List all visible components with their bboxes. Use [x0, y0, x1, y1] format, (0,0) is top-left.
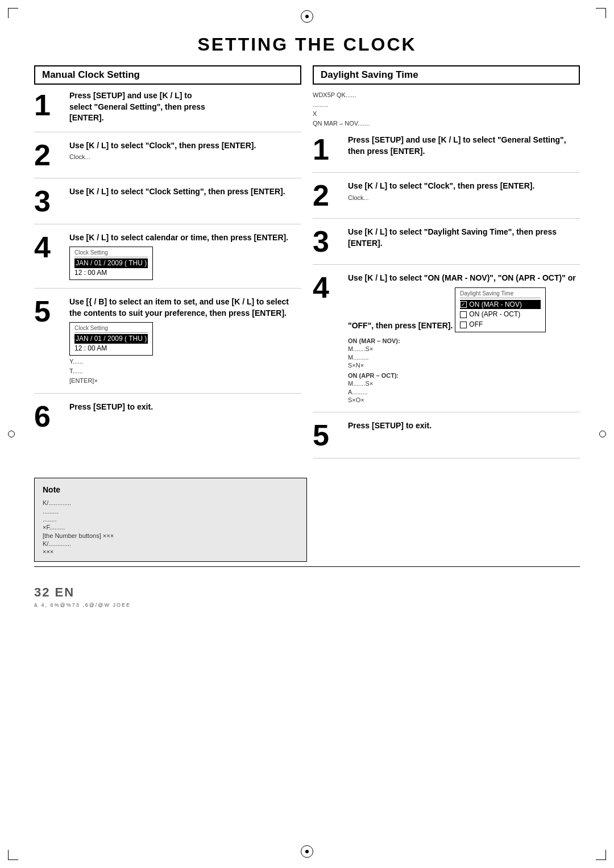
dst-step-5-num: 5 — [313, 420, 342, 450]
footer-code: & 4, 6%@%73 ,6@/@W JOEE — [34, 602, 580, 608]
dst-step-5-content: Press [SETUP] to exit. — [348, 420, 580, 432]
manual-step-5-text: Use [{ / B] to select an item to set, an… — [69, 297, 289, 318]
dst-mar-nov-sub2: M......... — [348, 353, 580, 361]
dst-step-3: 3 Use [K / L] to select "Daylight Saving… — [313, 227, 580, 265]
dst-checkbox-2 — [460, 311, 467, 318]
manual-step-6-content: Press [SETUP] to exit. — [69, 402, 301, 413]
dst-step-4-num: 4 — [313, 273, 342, 302]
manual-step-2-sub: Clock... — [69, 153, 301, 161]
dst-step-4: 4 Use [K / L] to select "ON (MAR - NOV)"… — [313, 273, 580, 412]
manual-step-5: 5 Use [{ / B] to select an item to set, … — [34, 297, 301, 394]
dst-step-2-sub: Clock... — [348, 194, 580, 202]
note-line-1: K/............. — [43, 499, 298, 507]
dst-step-2: 2 Use [K / L] to select "Clock", then pr… — [313, 181, 580, 219]
manual-step-2-content: Use [K / L] to select "Clock", then pres… — [69, 140, 301, 161]
corner-mark-bl — [8, 850, 18, 860]
two-col-layout: Manual Clock Setting 1 Press [SETUP] and… — [34, 65, 580, 466]
page: SETTING THE CLOCK Manual Clock Setting 1… — [0, 0, 614, 868]
manual-clock-section: Manual Clock Setting 1 Press [SETUP] and… — [34, 65, 301, 447]
dst-step-3-num: 3 — [313, 227, 342, 256]
note-title: Note — [43, 484, 298, 496]
manual-step-3-text: Use [K / L] to select "Clock Setting", t… — [69, 187, 285, 196]
manual-step-5-screen: Clock Setting JAN / 01 / 2009 ( THU ) 12… — [69, 322, 153, 356]
dst-step-1-num: 1 — [313, 135, 342, 164]
center-target-top — [301, 10, 313, 23]
dst-step-2-content: Use [K / L] to select "Clock", then pres… — [348, 181, 580, 202]
side-mark-left — [8, 431, 15, 437]
manual-clock-header: Manual Clock Setting — [34, 65, 301, 85]
manual-step-3-num: 3 — [34, 186, 64, 216]
daylight-saving-header: Daylight Saving Time — [313, 65, 580, 85]
dst-screen-title: Daylight Saving Time — [460, 290, 541, 298]
dst-apr-oct-sub3: S×O× — [348, 396, 580, 404]
manual-step-5-num: 5 — [34, 297, 64, 326]
dst-step-4-screen: Daylight Saving Time ON (MAR - NOV) ON (… — [455, 287, 546, 332]
note-line-6: K/............. — [43, 540, 298, 548]
dst-mar-nov-sub3: S×N× — [348, 361, 580, 369]
corner-mark-tl — [8, 8, 18, 18]
manual-step-2-text: Use [K / L] to select "Clock", then pres… — [69, 141, 256, 150]
dst-step-1-content: Press [SETUP] and use [K / L] to select … — [348, 135, 580, 157]
manual-step-2: 2 Use [K / L] to select "Clock", then pr… — [34, 140, 301, 178]
dst-row-1: ON (MAR - NOV) — [460, 300, 541, 310]
screen5-row2: 12 : 00 AM — [74, 344, 148, 353]
screen4-title: Clock Setting — [74, 249, 148, 257]
dst-apr-oct-sub1: M.......S× — [348, 379, 580, 387]
note-line-5: [the Number buttons] ××× — [43, 532, 298, 540]
dst-step-1: 1 Press [SETUP] and use [K / L] to selec… — [313, 135, 580, 173]
screen5-title: Clock Setting — [74, 324, 148, 333]
note-line-2: ......... — [43, 507, 298, 515]
dst-step-2-num: 2 — [313, 181, 342, 210]
main-title: SETTING THE CLOCK — [34, 34, 580, 55]
screen4-row2: 12 : 00 AM — [74, 268, 148, 278]
dst-step-3-text: Use [K / L] to select "Daylight Saving T… — [348, 227, 557, 248]
dst-row-2-label: ON (APR - OCT) — [469, 310, 520, 319]
manual-step-6-text: Press [SETUP] to exit. — [69, 402, 153, 411]
dst-row-1-label: ON (MAR - NOV) — [469, 300, 522, 310]
dst-row-2: ON (APR - OCT) — [460, 310, 541, 319]
manual-step-5-sub3: [ENTER]× — [69, 377, 301, 385]
manual-step-6-num: 6 — [34, 402, 64, 431]
dst-notes: ON (MAR – NOV): M.......S× M......... S×… — [348, 337, 580, 404]
daylight-saving-section: Daylight Saving Time WDX5P QK...... ....… — [313, 65, 580, 466]
note-box: Note K/............. ......... ........ … — [34, 478, 307, 562]
dst-intro-garbled: WDX5P QK...... ......... X QN MAR – NOV.… — [313, 90, 580, 128]
dst-step-2-text: Use [K / L] to select "Clock", then pres… — [348, 181, 534, 190]
manual-step-1: 1 Press [SETUP] and use [K / L] toselect… — [34, 90, 301, 132]
dst-step-4-content: Use [K / L] to select "ON (MAR - NOV)", … — [348, 273, 580, 404]
manual-step-4: 4 Use [K / L] to select calendar or time… — [34, 232, 301, 289]
dst-row-3-label: OFF — [469, 320, 483, 329]
manual-step-4-num: 4 — [34, 232, 64, 262]
dst-step-5-text: Press [SETUP] to exit. — [348, 421, 432, 430]
manual-step-6: 6 Press [SETUP] to exit. — [34, 402, 301, 439]
corner-mark-tr — [596, 8, 606, 18]
manual-step-1-num: 1 — [34, 90, 64, 120]
dst-mar-nov-sub1: M.......S× — [348, 345, 580, 353]
manual-step-5-sub2: T...... — [69, 367, 301, 375]
dst-step-5: 5 Press [SETUP] to exit. — [313, 420, 580, 458]
manual-step-4-screen: Clock Setting JAN / 01 / 2009 ( THU ) 12… — [69, 247, 153, 280]
dst-on-apr-oct-label: ON (APR – OCT): — [348, 372, 580, 379]
dst-step-3-content: Use [K / L] to select "Daylight Saving T… — [348, 227, 580, 249]
dst-on-mar-nov-label: ON (MAR – NOV): — [348, 337, 580, 345]
manual-step-3-content: Use [K / L] to select "Clock Setting", t… — [69, 186, 301, 198]
dst-row-3: OFF — [460, 320, 541, 329]
footer: 32 EN & 4, 6%@%73 ,6@/@W JOEE — [34, 566, 580, 608]
manual-step-3: 3 Use [K / L] to select "Clock Setting",… — [34, 186, 301, 224]
dst-step-1-text: Press [SETUP] and use [K / L] to select … — [348, 135, 566, 156]
dst-apr-oct-sub2: A......... — [348, 388, 580, 396]
dst-checkbox-3 — [460, 322, 467, 328]
manual-step-4-text: Use [K / L] to select calendar or time, … — [69, 233, 288, 242]
page-number: 32 EN — [34, 585, 74, 600]
manual-step-5-content: Use [{ / B] to select an item to set, an… — [69, 297, 301, 385]
note-line-7: ××× — [43, 548, 298, 556]
side-mark-right — [599, 431, 606, 437]
dst-checkbox-1 — [460, 301, 467, 308]
note-line-4: ×F......... — [43, 523, 298, 531]
center-target-bottom — [301, 845, 313, 858]
corner-mark-br — [596, 850, 606, 860]
manual-step-1-text: Press [SETUP] and use [K / L] toselect "… — [69, 91, 205, 122]
screen4-row1: JAN / 01 / 2009 ( THU ) — [74, 258, 148, 268]
page-footer-row: 32 EN — [34, 581, 580, 600]
manual-step-1-content: Press [SETUP] and use [K / L] toselect "… — [69, 90, 301, 124]
